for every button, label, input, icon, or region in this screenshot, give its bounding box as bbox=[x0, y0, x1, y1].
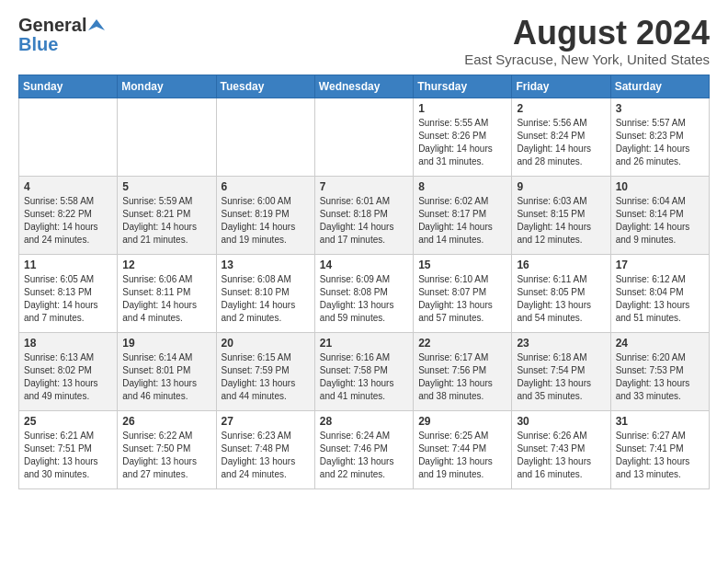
cell-text: Sunset: 8:01 PM bbox=[122, 364, 210, 377]
day-number: 1 bbox=[418, 102, 506, 115]
cell-text: Daylight: 13 hours bbox=[418, 377, 506, 390]
cell-text: Daylight: 14 hours bbox=[222, 299, 310, 312]
calendar-cell: 18Sunrise: 6:13 AMSunset: 8:02 PMDayligh… bbox=[19, 332, 118, 410]
day-number: 20 bbox=[222, 337, 310, 350]
calendar-cell: 3Sunrise: 5:57 AMSunset: 8:23 PMDaylight… bbox=[610, 98, 709, 176]
svg-marker-0 bbox=[88, 19, 105, 30]
weekday-header-thursday: Thursday bbox=[414, 75, 512, 98]
weekday-header-monday: Monday bbox=[118, 75, 216, 98]
calendar-cell: 29Sunrise: 6:25 AMSunset: 7:44 PMDayligh… bbox=[414, 410, 512, 488]
weekday-header-row: SundayMondayTuesdayWednesdayThursdayFrid… bbox=[19, 75, 710, 98]
cell-text: Sunrise: 6:14 AM bbox=[122, 351, 210, 364]
cell-text: and 17 minutes. bbox=[320, 234, 408, 247]
cell-text: and 41 minutes. bbox=[320, 390, 408, 403]
day-number: 28 bbox=[320, 415, 408, 428]
cell-text: Daylight: 13 hours bbox=[517, 455, 605, 468]
calendar-cell bbox=[118, 98, 216, 176]
cell-text: Sunrise: 6:24 AM bbox=[320, 430, 408, 442]
calendar-cell: 13Sunrise: 6:08 AMSunset: 8:10 PMDayligh… bbox=[216, 254, 314, 332]
calendar-week-row: 18Sunrise: 6:13 AMSunset: 8:02 PMDayligh… bbox=[19, 332, 710, 410]
cell-text: and 21 minutes. bbox=[122, 234, 210, 247]
day-number: 13 bbox=[222, 259, 310, 271]
cell-text: and 4 minutes. bbox=[122, 312, 210, 325]
cell-text: and 31 minutes. bbox=[418, 155, 506, 168]
cell-text: Sunrise: 6:27 AM bbox=[616, 430, 704, 442]
cell-text: and 24 minutes. bbox=[24, 234, 112, 247]
calendar-cell: 4Sunrise: 5:58 AMSunset: 8:22 PMDaylight… bbox=[19, 176, 118, 254]
calendar-cell: 20Sunrise: 6:15 AMSunset: 7:59 PMDayligh… bbox=[216, 332, 314, 410]
cell-text: Sunset: 8:22 PM bbox=[24, 208, 112, 221]
cell-text: and 46 minutes. bbox=[122, 390, 210, 403]
day-number: 12 bbox=[122, 259, 210, 271]
cell-text: Daylight: 14 hours bbox=[418, 143, 506, 155]
cell-text: Sunset: 8:15 PM bbox=[517, 208, 605, 221]
cell-text: Daylight: 13 hours bbox=[320, 455, 408, 468]
cell-text: Sunrise: 6:16 AM bbox=[320, 351, 408, 364]
cell-text: Daylight: 13 hours bbox=[122, 377, 210, 390]
cell-text: Daylight: 14 hours bbox=[24, 221, 112, 234]
calendar-cell: 1Sunrise: 5:55 AMSunset: 8:26 PMDaylight… bbox=[414, 98, 512, 176]
calendar-cell: 7Sunrise: 6:01 AMSunset: 8:18 PMDaylight… bbox=[314, 176, 413, 254]
cell-text: Sunset: 7:44 PM bbox=[418, 442, 506, 455]
cell-text: Sunset: 7:48 PM bbox=[222, 442, 310, 455]
calendar-week-row: 25Sunrise: 6:21 AMSunset: 7:51 PMDayligh… bbox=[19, 410, 710, 488]
cell-text: Sunrise: 6:04 AM bbox=[616, 195, 704, 208]
calendar-cell bbox=[314, 98, 413, 176]
cell-text: Daylight: 13 hours bbox=[24, 377, 112, 390]
calendar-cell: 22Sunrise: 6:17 AMSunset: 7:56 PMDayligh… bbox=[414, 332, 512, 410]
day-number: 6 bbox=[222, 180, 310, 193]
cell-text: and 9 minutes. bbox=[616, 234, 704, 247]
cell-text: Daylight: 13 hours bbox=[320, 377, 408, 390]
logo-general: General bbox=[18, 15, 86, 36]
calendar-cell: 25Sunrise: 6:21 AMSunset: 7:51 PMDayligh… bbox=[19, 410, 118, 488]
day-number: 24 bbox=[616, 337, 704, 350]
cell-text: Sunset: 8:04 PM bbox=[616, 286, 704, 299]
day-number: 15 bbox=[418, 259, 506, 271]
cell-text: Daylight: 14 hours bbox=[616, 143, 704, 155]
cell-text: Sunrise: 6:25 AM bbox=[418, 430, 506, 442]
cell-text: Daylight: 14 hours bbox=[616, 221, 704, 234]
cell-text: Sunrise: 6:21 AM bbox=[24, 430, 112, 442]
cell-text: Sunset: 7:54 PM bbox=[517, 364, 605, 377]
cell-text: and 14 minutes. bbox=[418, 234, 506, 247]
day-number: 27 bbox=[222, 415, 310, 428]
cell-text: Daylight: 13 hours bbox=[24, 455, 112, 468]
calendar-cell: 11Sunrise: 6:05 AMSunset: 8:13 PMDayligh… bbox=[19, 254, 118, 332]
title-area: August 2024 East Syracuse, New York, Uni… bbox=[464, 15, 710, 67]
calendar-cell: 6Sunrise: 6:00 AMSunset: 8:19 PMDaylight… bbox=[216, 176, 314, 254]
cell-text: Daylight: 14 hours bbox=[122, 299, 210, 312]
cell-text: Daylight: 13 hours bbox=[616, 377, 704, 390]
calendar-cell: 5Sunrise: 5:59 AMSunset: 8:21 PMDaylight… bbox=[118, 176, 216, 254]
calendar-cell bbox=[19, 98, 118, 176]
calendar-cell: 21Sunrise: 6:16 AMSunset: 7:58 PMDayligh… bbox=[314, 332, 413, 410]
cell-text: Sunrise: 5:58 AM bbox=[24, 195, 112, 208]
cell-text: and 16 minutes. bbox=[517, 468, 605, 481]
cell-text: Sunrise: 6:17 AM bbox=[418, 351, 506, 364]
day-number: 21 bbox=[320, 337, 408, 350]
day-number: 17 bbox=[616, 259, 704, 271]
calendar-table: SundayMondayTuesdayWednesdayThursdayFrid… bbox=[18, 75, 710, 489]
cell-text: Daylight: 13 hours bbox=[320, 299, 408, 312]
calendar-cell: 30Sunrise: 6:26 AMSunset: 7:43 PMDayligh… bbox=[512, 410, 610, 488]
cell-text: Sunset: 8:13 PM bbox=[24, 286, 112, 299]
logo-blue: Blue bbox=[18, 34, 58, 55]
cell-text: Sunrise: 6:00 AM bbox=[222, 195, 310, 208]
cell-text: Daylight: 13 hours bbox=[616, 299, 704, 312]
day-number: 14 bbox=[320, 259, 408, 271]
weekday-header-wednesday: Wednesday bbox=[314, 75, 413, 98]
cell-text: Sunset: 7:50 PM bbox=[122, 442, 210, 455]
cell-text: and 24 minutes. bbox=[222, 468, 310, 481]
cell-text: and 19 minutes. bbox=[418, 468, 506, 481]
calendar-cell bbox=[216, 98, 314, 176]
cell-text: Sunrise: 5:59 AM bbox=[122, 195, 210, 208]
day-number: 26 bbox=[122, 415, 210, 428]
calendar-cell: 24Sunrise: 6:20 AMSunset: 7:53 PMDayligh… bbox=[610, 332, 709, 410]
cell-text: Sunset: 8:14 PM bbox=[616, 208, 704, 221]
cell-text: and 38 minutes. bbox=[418, 390, 506, 403]
cell-text: Sunset: 8:08 PM bbox=[320, 286, 408, 299]
calendar-week-row: 11Sunrise: 6:05 AMSunset: 8:13 PMDayligh… bbox=[19, 254, 710, 332]
cell-text: Sunset: 7:53 PM bbox=[616, 364, 704, 377]
calendar-cell: 26Sunrise: 6:22 AMSunset: 7:50 PMDayligh… bbox=[118, 410, 216, 488]
month-year-title: August 2024 bbox=[464, 15, 710, 52]
calendar-cell: 23Sunrise: 6:18 AMSunset: 7:54 PMDayligh… bbox=[512, 332, 610, 410]
